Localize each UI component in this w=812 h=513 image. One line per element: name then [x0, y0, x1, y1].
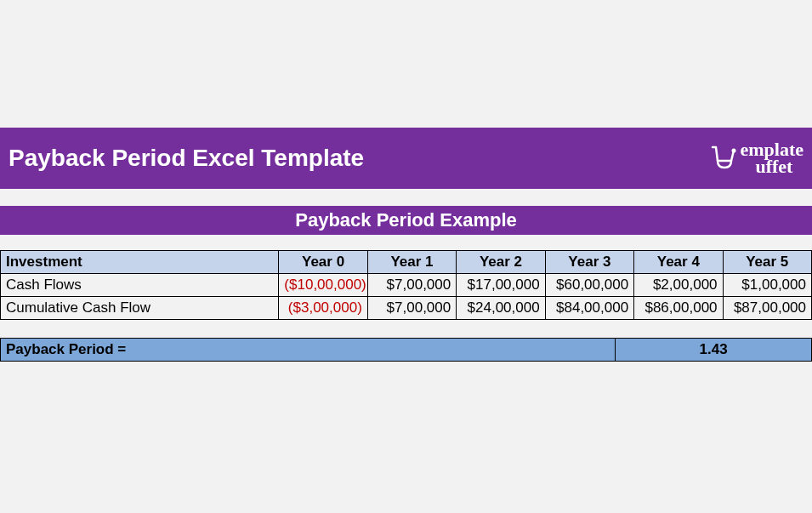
result-row: Payback Period = 1.43	[1, 339, 812, 362]
page-title: Payback Period Excel Template	[9, 145, 364, 172]
cell-value: $24,00,000	[457, 296, 545, 319]
year-header: Year 0	[279, 250, 367, 273]
table-row: Cumulative Cash Flow ($3,00,000) $7,00,0…	[1, 296, 812, 319]
svg-point-0	[732, 148, 736, 152]
year-header: Year 4	[634, 250, 723, 273]
cell-value: $17,00,000	[457, 273, 545, 296]
cell-value: $87,00,000	[723, 296, 811, 319]
result-value: 1.43	[616, 339, 812, 362]
year-header: Year 1	[367, 250, 456, 273]
table-row: Cash Flows ($10,00,000) $7,00,000 $17,00…	[1, 273, 812, 296]
cell-value: ($3,00,000)	[279, 296, 367, 319]
payback-table: Investment Year 0 Year 1 Year 2 Year 3 Y…	[0, 250, 812, 339]
cell-value: $86,00,000	[634, 296, 723, 319]
table-header-row: Investment Year 0 Year 1 Year 2 Year 3 Y…	[1, 250, 812, 273]
cart-icon	[709, 144, 738, 173]
cell-value: $7,00,000	[367, 296, 456, 319]
cell-value: $2,00,000	[634, 273, 723, 296]
result-label: Payback Period =	[1, 339, 616, 362]
cell-value: $60,00,000	[545, 273, 633, 296]
year-header: Year 2	[457, 250, 545, 273]
spreadsheet: Investment Year 0 Year 1 Year 2 Year 3 Y…	[0, 250, 812, 362]
cell-value: $7,00,000	[367, 273, 456, 296]
section-subtitle: Payback Period Example	[0, 206, 812, 235]
result-table: Payback Period = 1.43	[0, 338, 812, 362]
title-bar: Payback Period Excel Template emplate uf…	[0, 128, 812, 189]
logo-text: emplate uffet	[740, 141, 803, 175]
year-header: Year 5	[723, 250, 811, 273]
cell-value: ($10,00,000)	[279, 273, 367, 296]
brand-logo: emplate uffet	[709, 141, 803, 175]
year-header: Year 3	[545, 250, 633, 273]
cell-value: $84,00,000	[545, 296, 633, 319]
cell-value: $1,00,000	[723, 273, 811, 296]
spacer	[1, 319, 812, 338]
row-label: Cash Flows	[1, 273, 279, 296]
row-label: Cumulative Cash Flow	[1, 296, 279, 319]
investment-header: Investment	[1, 250, 279, 273]
